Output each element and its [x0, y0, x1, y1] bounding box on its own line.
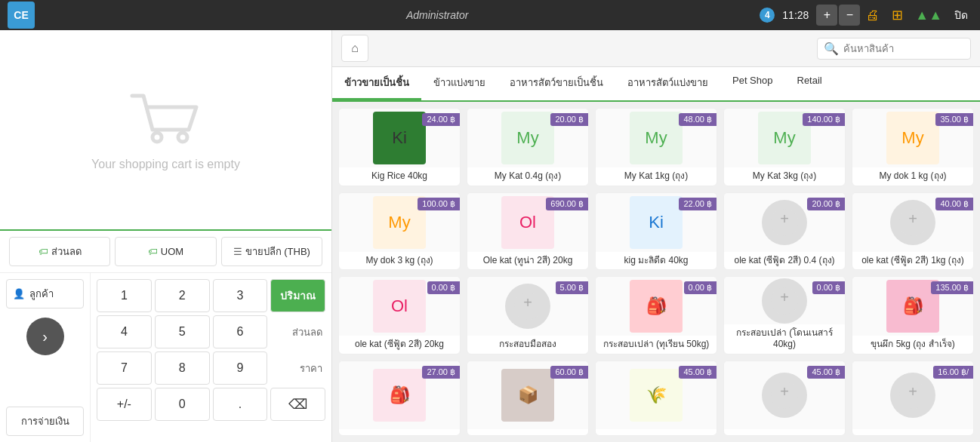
product-name: ole kat (ซีฟู้ด 2สี) 1kg (ถุง) — [852, 252, 973, 270]
sell-type-label: ขายปลีก (THB) — [245, 244, 310, 259]
product-card[interactable]: + 5.00 ฿ กระสอบมือสอง — [467, 276, 589, 355]
right-top-bar: ⌂ 🔍 — [332, 30, 980, 67]
product-card[interactable]: + 45.00 ฿ — [723, 361, 846, 436]
key-1[interactable]: 1 — [97, 279, 152, 312]
category-tab-1[interactable]: ข้าวแบ่งขาย — [421, 67, 498, 100]
key-6[interactable]: 6 — [213, 315, 268, 348]
products-grid: Ki 24.00 ฿ Kig Rice 40kg My 20.00 ฿ My K… — [332, 102, 980, 442]
table-icon: ☰ — [233, 246, 242, 257]
price-badge: 0.00 ฿ — [684, 281, 717, 294]
product-name: ole kat (ซีฟู้ด 2สี) 20kg — [339, 336, 460, 354]
category-tab-4[interactable]: Pet Shop — [720, 67, 785, 100]
remove-tab-button[interactable]: − — [839, 5, 860, 26]
payment-button[interactable]: การจ่ายเงิน — [6, 407, 84, 436]
product-card[interactable]: Ki 24.00 ฿ Kig Rice 40kg — [338, 108, 461, 186]
quantity-label[interactable]: ปริมาณ — [270, 279, 325, 312]
product-card[interactable]: My 48.00 ฿ My Kat 1kg (ถุง) — [595, 108, 717, 186]
home-button[interactable]: ⌂ — [341, 35, 368, 62]
category-tab-3[interactable]: อาหารสัตว์แบ่งขาย — [615, 67, 720, 100]
product-card[interactable]: + 0.00 ฿ กระสอบเปล่า (โดนเนสาร์ 40kg) — [723, 276, 846, 355]
product-card[interactable]: Ki 22.00 ฿ kig มะลิดีด 40kg — [595, 192, 717, 271]
product-card[interactable]: 📦 60.00 ฿ — [467, 361, 589, 436]
key-decimal[interactable]: . — [213, 388, 268, 421]
product-img-placeholder: My — [886, 112, 939, 164]
person-icon: 👤 — [13, 288, 25, 299]
product-name: My dok 1 kg (ถุง) — [852, 167, 973, 186]
placeholder-img: + — [762, 200, 807, 245]
placeholder-img: + — [890, 373, 935, 418]
print-icon[interactable]: 🖨 — [866, 8, 880, 23]
product-card[interactable]: 🎒 135.00 ฿ ขุนผึก 5kg (ถุง สำเร็จ) — [852, 276, 974, 355]
action-buttons: 🏷 ส่วนลด 🏷 UOM ☰ ขายปลีก (THB) — [0, 231, 331, 273]
customer-button[interactable]: 👤 ลูกค้า — [6, 279, 84, 308]
search-input[interactable] — [843, 43, 964, 54]
key-7[interactable]: 7 — [97, 351, 152, 385]
product-card[interactable]: My 140.00 ฿ My Kat 3kg (ถุง) — [723, 108, 846, 186]
product-card[interactable]: + 20.00 ฿ ole kat (ซีฟู้ด 2สี) 0.4 (ถุง) — [723, 192, 846, 271]
key-3[interactable]: 3 — [213, 279, 268, 312]
product-img-placeholder: 📦 — [501, 369, 554, 422]
key-backspace[interactable]: ⌫ — [270, 388, 325, 421]
product-card[interactable]: My 100.00 ฿ My dok 3 kg (ถุง) — [338, 192, 461, 271]
cart-empty-text: Your shopping cart is empty — [91, 158, 240, 171]
top-bar: CE Administrator 4 11:28 + − 🖨 ⊞ ▲▲ ปิด — [0, 0, 980, 30]
sell-type-button[interactable]: ☰ ขายปลีก (THB) — [221, 237, 322, 266]
placeholder-img: + — [890, 200, 935, 245]
product-img-placeholder: Ki — [373, 112, 426, 164]
svg-point-0 — [153, 133, 162, 142]
product-card[interactable]: 🎒 27.00 ฿ — [338, 361, 461, 436]
product-name: กระสอบมือสอง — [467, 336, 588, 354]
numpad-grid: 1 2 3 ปริมาณ 4 5 6 ส่วนลด 7 8 9 ราคา +/-… — [91, 273, 331, 442]
category-tab-5[interactable]: Retail — [785, 67, 834, 100]
discount-button[interactable]: 🏷 ส่วนลด — [9, 237, 110, 266]
key-8[interactable]: 8 — [155, 351, 210, 385]
price-numpad-label: ราคา — [270, 351, 325, 385]
product-name: ole kat (ซีฟู้ด 2สี) 0.4 (ถุง) — [724, 252, 845, 270]
nav-forward-button[interactable]: › — [26, 318, 64, 355]
admin-label: Administrator — [121, 9, 753, 21]
svg-text:+: + — [780, 383, 789, 400]
key-2[interactable]: 2 — [155, 279, 210, 312]
product-card[interactable]: Ol 0.00 ฿ ole kat (ซีฟู้ด 2สี) 20kg — [338, 276, 461, 355]
key-plusminus[interactable]: +/- — [97, 388, 152, 421]
discount-numpad-label: ส่วนลด — [270, 315, 325, 348]
network-icon[interactable]: ⊞ — [892, 7, 903, 23]
logo-area: CE — [0, 2, 121, 29]
price-badge: 40.00 ฿ — [935, 198, 973, 210]
product-img-placeholder: Ol — [373, 280, 426, 333]
price-badge: 20.00 ฿ — [807, 198, 845, 210]
product-card[interactable]: + 40.00 ฿ ole kat (ซีฟู้ด 2สี) 1kg (ถุง) — [852, 192, 974, 271]
product-card[interactable]: Ol 690.00 ฿ Ole kat (ทูน่า 2สี) 20kg — [467, 192, 589, 271]
product-card[interactable]: + 16.00 ฿/ — [852, 361, 974, 436]
product-img-placeholder: My — [501, 112, 554, 164]
category-tab-2[interactable]: อาหารสัตว์ขายเป็นชิ้น — [498, 67, 615, 100]
discount-label: ส่วนลด — [51, 244, 82, 259]
close-button[interactable]: ปิด — [954, 7, 968, 23]
product-card[interactable]: 🎒 0.00 ฿ กระสอบเปล่า (ทุเรียน 50kg) — [595, 276, 717, 355]
key-5[interactable]: 5 — [155, 315, 210, 348]
product-card[interactable]: 🌾 45.00 ฿ — [595, 361, 717, 436]
price-badge: 35.00 ฿ — [935, 113, 973, 126]
price-badge: 27.00 ฿ — [422, 366, 460, 379]
product-name — [467, 429, 588, 435]
add-tab-button[interactable]: + — [816, 5, 837, 26]
price-badge: 5.00 ฿ — [556, 281, 588, 294]
customer-label: ลูกค้า — [29, 286, 54, 302]
key-9[interactable]: 9 — [213, 351, 268, 385]
key-4[interactable]: 4 — [97, 315, 152, 348]
product-card[interactable]: My 35.00 ฿ My dok 1 kg (ถุง) — [852, 108, 974, 186]
product-name: Kig Rice 40kg — [339, 167, 460, 186]
left-panel: Your shopping cart is empty 🏷 ส่วนลด 🏷 U… — [0, 30, 332, 442]
product-card[interactable]: My 20.00 ฿ My Kat 0.4g (ถุง) — [467, 108, 589, 186]
search-icon: 🔍 — [824, 41, 839, 56]
placeholder-img: + — [762, 278, 807, 324]
cart-icon — [128, 88, 204, 149]
wifi-icon[interactable]: ▲▲ — [915, 8, 942, 23]
uom-button[interactable]: 🏷 UOM — [115, 237, 216, 266]
placeholder-img: + — [505, 284, 550, 329]
main-content: Your shopping cart is empty 🏷 ส่วนลด 🏷 U… — [0, 30, 980, 442]
top-right-icons: 🖨 ⊞ ▲▲ ปิด — [866, 7, 980, 23]
category-tab-0[interactable]: ข้าวขายเป็นชิ้น — [332, 67, 421, 100]
tab-badge[interactable]: 4 — [760, 8, 775, 23]
key-0[interactable]: 0 — [155, 388, 210, 421]
